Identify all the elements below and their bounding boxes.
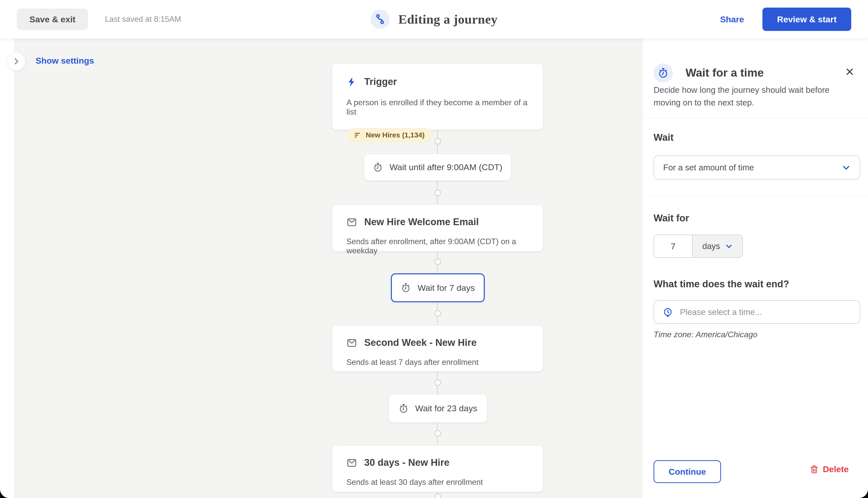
time-placeholder: Please select a time...	[680, 307, 762, 317]
panel-divider	[642, 195, 868, 196]
delete-button[interactable]: Delete	[809, 464, 849, 474]
envelope-icon	[346, 457, 357, 468]
clock-icon	[663, 307, 673, 317]
trash-icon	[809, 465, 819, 474]
step-title: 30 days - New Hire	[364, 457, 449, 468]
step-email-30-days[interactable]: 30 days - New Hire Sends at least 30 day…	[332, 445, 543, 492]
wait-mode-select[interactable]: For a set amount of time	[653, 155, 860, 180]
panel-description: Decide how long the journey should wait …	[653, 84, 853, 109]
close-panel-button[interactable]	[843, 65, 856, 78]
wait-unit-value: days	[702, 241, 720, 251]
lightning-bolt-icon	[346, 77, 357, 87]
step-title: New Hire Welcome Email	[364, 217, 479, 227]
wait-amount-input[interactable]	[654, 235, 692, 257]
journey-title-group: Editing a journey	[370, 0, 497, 39]
close-icon	[845, 67, 854, 76]
wait-settings-panel: Wait for a time Decide how long the jour…	[642, 39, 868, 498]
step-title: Second Week - New Hire	[364, 337, 477, 348]
step-email-welcome[interactable]: New Hire Welcome Email Sends after enrol…	[332, 205, 543, 251]
step-email-second-week[interactable]: Second Week - New Hire Sends at least 7 …	[332, 325, 543, 371]
top-bar-actions: Share Review & start	[720, 8, 851, 31]
continue-button[interactable]: Continue	[653, 460, 721, 483]
top-bar: Save & exit Last saved at 8:15AM Editing…	[0, 0, 868, 39]
stopwatch-icon	[401, 283, 411, 293]
stopwatch-icon	[373, 162, 383, 172]
trigger-description: A person is enrolled if they become a me…	[346, 98, 529, 117]
connector-node[interactable]	[434, 258, 441, 265]
chevron-down-icon	[842, 163, 851, 172]
step-wait-until[interactable]: Wait until after 9:00AM (CDT)	[364, 154, 511, 181]
share-link[interactable]: Share	[720, 14, 744, 24]
segment-badge[interactable]: New Hires (1,134)	[346, 128, 432, 143]
last-saved-status: Last saved at 8:15AM	[105, 15, 181, 24]
left-rail	[0, 39, 14, 498]
trigger-title: Trigger	[364, 76, 397, 87]
show-settings-link[interactable]: Show settings	[36, 56, 94, 66]
journey-editor-window: Save & exit Last saved at 8:15AM Editing…	[0, 0, 868, 498]
connector-node[interactable]	[434, 430, 441, 437]
journey-logo-bubble	[370, 10, 390, 29]
connector-node[interactable]	[434, 494, 441, 498]
step-description: Sends after enrollment, after 9:00AM (CD…	[346, 237, 529, 255]
step-label: Wait for 7 days	[418, 283, 475, 293]
wait-mode-value: For a set amount of time	[663, 163, 754, 172]
time-select-field[interactable]: Please select a time...	[653, 300, 860, 324]
connector-node[interactable]	[434, 190, 441, 196]
list-filter-icon	[354, 132, 361, 139]
panel-icon-bubble	[653, 63, 673, 83]
step-label: Wait until after 9:00AM (CDT)	[390, 162, 502, 172]
step-wait-23-days[interactable]: Wait for 23 days	[388, 394, 487, 422]
save-exit-button[interactable]: Save & exit	[17, 9, 88, 30]
wait-for-label: Wait for	[653, 213, 689, 224]
wait-end-question-label: What time does the wait end?	[653, 279, 789, 290]
page-title: Editing a journey	[398, 12, 497, 27]
step-description: Sends at least 7 days after enrollment	[346, 358, 529, 367]
envelope-icon	[346, 338, 357, 348]
journey-canvas: Trigger A person is enrolled if they bec…	[0, 39, 642, 498]
step-wait-7-days[interactable]: Wait for 7 days	[391, 273, 485, 302]
step-description: Sends at least 30 days after enrollment	[346, 478, 529, 487]
panel-title: Wait for a time	[686, 66, 764, 79]
connector-node[interactable]	[434, 379, 441, 386]
connector-node[interactable]	[434, 310, 441, 317]
stopwatch-icon	[658, 67, 669, 79]
delete-button-label: Delete	[823, 464, 849, 474]
expand-settings-button[interactable]	[7, 52, 25, 70]
journey-path-icon	[374, 14, 385, 25]
timezone-note: Time zone: America/Chicago	[653, 330, 757, 339]
wait-label: Wait	[653, 132, 674, 143]
wait-unit-select[interactable]: days	[692, 235, 742, 257]
chevron-right-icon	[12, 57, 21, 66]
step-label: Wait for 23 days	[415, 403, 477, 413]
envelope-icon	[346, 217, 357, 227]
stopwatch-icon	[398, 403, 409, 414]
wait-amount-group: days	[653, 235, 743, 258]
trigger-card[interactable]: Trigger A person is enrolled if they bec…	[332, 63, 543, 130]
segment-badge-label: New Hires (1,134)	[366, 131, 425, 139]
chevron-down-icon	[725, 243, 733, 250]
review-start-button[interactable]: Review & start	[763, 8, 851, 31]
